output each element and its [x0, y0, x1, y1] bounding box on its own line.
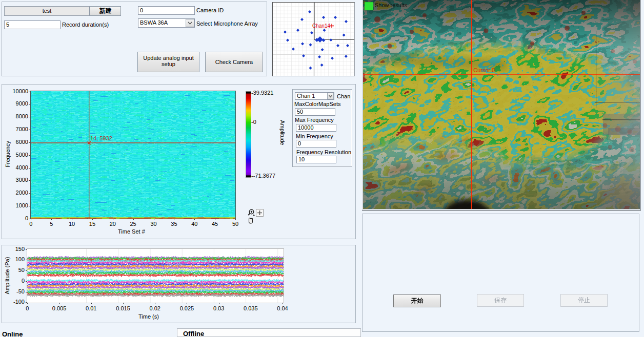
svg-text:Cursor 0: Cursor 0	[473, 67, 495, 73]
svg-text:Show results: Show results	[375, 2, 407, 8]
svg-text:14, 5932: 14, 5932	[90, 135, 112, 141]
svg-text:Chan14: Chan14	[312, 23, 330, 29]
